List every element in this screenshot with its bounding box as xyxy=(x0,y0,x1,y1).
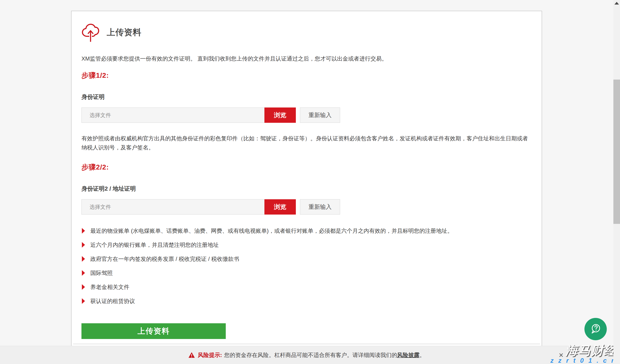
file-input-group: 浏览 xyxy=(81,107,296,123)
close-icon[interactable]: × xyxy=(559,351,563,359)
address-proof-file-input[interactable] xyxy=(81,199,264,214)
card-bottom-divider xyxy=(73,344,540,344)
risk-warning-prefix: 风险提示: xyxy=(198,351,222,359)
page: 上传资料 XM监管必须要求您提供一份有效的文件证明。 直到我们收到您上传的文件并… xyxy=(0,0,620,364)
list-item-text: 政府官方在一年内签发的税务发票 / 税收完税证 / 税收缴款书 xyxy=(90,256,239,262)
chat-help-icon xyxy=(588,322,603,336)
list-item: 政府官方在一年内签发的税务发票 / 税收完税证 / 税收缴款书 xyxy=(81,256,532,262)
step-2-heading: 步骤2/2: xyxy=(81,163,532,172)
list-item: 最近的物业账单 (水电煤账单、话费账单、油费、网费、或有线电视账单)，或者银行对… xyxy=(81,228,532,234)
reset-input-button[interactable]: 重新输入 xyxy=(300,107,340,123)
bullet-triangle-icon xyxy=(82,270,85,276)
reset-input-button[interactable]: 重新输入 xyxy=(300,199,340,214)
upload-documents-card: 上传资料 XM监管必须要求您提供一份有效的文件证明。 直到我们收到您上传的文件并… xyxy=(71,11,542,364)
risk-warning-bar: 风险提示: 您的资金存在风险。杠杆商品可能不适合所有客户。请详细阅读我们的风险披… xyxy=(0,346,613,364)
step-1-heading: 步骤1/2: xyxy=(81,71,532,80)
scrollbar-thumb[interactable] xyxy=(613,80,620,224)
accepted-documents-list: 最近的物业账单 (水电煤账单、话费账单、油费、网费、或有线电视账单)，或者银行对… xyxy=(81,228,532,304)
bullet-triangle-icon xyxy=(82,228,85,234)
list-item-text: 国际驾照 xyxy=(90,270,113,276)
address-proof-label: 身份证明2 / 地址证明 xyxy=(81,185,532,193)
warning-triangle-icon xyxy=(188,352,195,358)
address-proof-file-row: 浏览 重新输入 xyxy=(81,199,532,214)
risk-disclosure-link[interactable]: 风险披露 xyxy=(397,352,419,358)
list-item-text: 最近的物业账单 (水电煤账单、话费账单、油费、网费、或有线电视账单)，或者银行对… xyxy=(90,228,453,234)
bullet-triangle-icon xyxy=(82,242,85,248)
bullet-triangle-icon xyxy=(82,298,85,304)
browse-button[interactable]: 浏览 xyxy=(264,107,296,123)
list-item: 获认证的租赁协议 xyxy=(81,298,532,304)
list-item-text: 获认证的租赁协议 xyxy=(90,298,135,304)
identity-proof-file-row: 浏览 重新输入 xyxy=(81,107,532,123)
risk-warning-text: 您的资金存在风险。杠杆商品可能不适合所有客户。请详细阅读我们的风险披露。 xyxy=(224,351,425,359)
cloud-upload-icon xyxy=(81,22,100,43)
risk-warning-suffix: 。 xyxy=(419,352,425,358)
bullet-triangle-icon xyxy=(82,256,85,262)
identity-proof-description: 有效护照或者由权威机构官方出具的其他身份证件的彩色复印件（比如：驾驶证，身份证等… xyxy=(81,134,532,152)
intro-text: XM监管必须要求您提供一份有效的文件证明。 直到我们收到您上传的文件并且认证通过… xyxy=(81,55,532,63)
risk-warning-body: 您的资金存在风险。杠杆商品可能不适合所有客户。请详细阅读我们的 xyxy=(224,352,397,358)
identity-proof-file-input[interactable] xyxy=(81,107,264,123)
list-item-text: 养老金相关文件 xyxy=(90,284,129,290)
bullet-triangle-icon xyxy=(82,284,85,290)
file-input-group: 浏览 xyxy=(81,199,296,214)
list-item: 近六个月内的银行账单，并且清楚注明您的注册地址 xyxy=(81,242,532,248)
list-item-text: 近六个月内的银行账单，并且清楚注明您的注册地址 xyxy=(90,242,219,248)
list-item: 国际驾照 xyxy=(81,270,532,276)
upload-documents-button[interactable]: 上传资料 xyxy=(81,323,226,339)
page-title: 上传资料 xyxy=(107,27,141,38)
browse-button[interactable]: 浏览 xyxy=(264,199,296,214)
vertical-scrollbar[interactable] xyxy=(613,0,620,364)
card-header: 上传资料 xyxy=(81,22,532,43)
identity-proof-label: 身份证明 xyxy=(81,93,532,101)
scroll-up-icon[interactable] xyxy=(614,2,619,4)
chat-help-button[interactable] xyxy=(584,318,607,340)
list-item: 养老金相关文件 xyxy=(81,284,532,290)
